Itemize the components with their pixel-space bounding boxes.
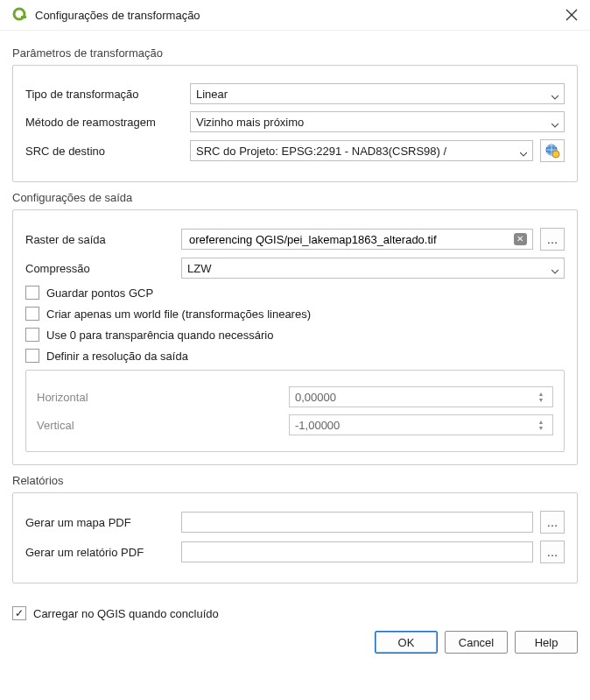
horizontal-spin[interactable]: 0,00000 ▲▼: [289, 386, 553, 407]
resample-label: Método de reamostragem: [25, 116, 183, 129]
world-file-checkbox[interactable]: [25, 307, 39, 321]
pdf-map-field[interactable]: [181, 512, 533, 533]
params-group: Tipo de transformação Linear Método de r…: [12, 65, 578, 182]
cancel-button[interactable]: Cancel: [445, 631, 508, 654]
vertical-label: Vertical: [37, 419, 282, 432]
dest-src-select[interactable]: SRC do Projeto: EPSG:2291 - NAD83(CSRS98…: [190, 140, 533, 161]
transform-type-value: Linear: [196, 88, 228, 101]
zero-transparency-checkbox[interactable]: [25, 328, 39, 342]
spin-arrows[interactable]: ▲▼: [535, 391, 547, 403]
resolution-group: Horizontal 0,00000 ▲▼ Vertical -1,00000 …: [25, 370, 565, 452]
ellipsis-icon: …: [547, 233, 558, 246]
compression-label: Compressão: [25, 262, 174, 275]
chevron-down-icon: [520, 147, 527, 154]
params-section-title: Parâmetros de transformação: [12, 46, 578, 60]
ellipsis-icon: …: [547, 546, 558, 559]
raster-output-label: Raster de saída: [25, 233, 174, 246]
chevron-down-icon: [551, 118, 558, 125]
transform-type-label: Tipo de transformação: [25, 88, 183, 101]
load-in-qgis-label: Carregar no QGIS quando concluído: [33, 607, 219, 620]
resample-select[interactable]: Vizinho mais próximo: [190, 111, 565, 132]
output-section-title: Configurações de saída: [12, 191, 578, 204]
chevron-down-icon: [551, 265, 558, 272]
compression-select[interactable]: LZW: [181, 258, 565, 279]
compression-value: LZW: [187, 262, 211, 275]
reports-group: Gerar um mapa PDF … Gerar um relatório P…: [12, 492, 578, 583]
window-title: Configurações de transformação: [35, 9, 565, 22]
vertical-value: -1,00000: [295, 419, 340, 432]
resample-value: Vizinho mais próximo: [196, 116, 304, 129]
crs-picker-button[interactable]: [540, 139, 565, 162]
help-button[interactable]: Help: [515, 631, 578, 654]
save-gcp-label: Guardar pontos GCP: [46, 286, 153, 300]
raster-output-field[interactable]: ✕: [181, 229, 533, 250]
qgis-app-icon: [12, 7, 28, 23]
output-group: Raster de saída ✕ … Compressão LZW Guard…: [12, 209, 578, 465]
raster-output-input[interactable]: [187, 232, 510, 247]
svg-point-3: [552, 151, 559, 158]
world-file-label: Criar apenas um world file (transformaçõ…: [46, 308, 311, 321]
save-gcp-checkbox[interactable]: [25, 286, 39, 300]
close-icon[interactable]: [565, 9, 578, 21]
set-resolution-checkbox[interactable]: [25, 349, 39, 363]
pdf-report-label: Gerar um relatório PDF: [25, 546, 174, 559]
pdf-report-input[interactable]: [187, 545, 527, 560]
ok-button[interactable]: OK: [375, 631, 438, 654]
horizontal-label: Horizontal: [37, 391, 282, 404]
dest-src-value: SRC do Projeto: EPSG:2291 - NAD83(CSRS98…: [196, 145, 446, 158]
zero-transparency-label: Use 0 para transparência quando necessár…: [46, 329, 273, 342]
pdf-map-label: Gerar um mapa PDF: [25, 516, 174, 529]
pdf-map-browse-button[interactable]: …: [540, 511, 565, 534]
pdf-report-field[interactable]: [181, 541, 533, 562]
transform-type-select[interactable]: Linear: [190, 83, 565, 104]
pdf-map-input[interactable]: [187, 515, 527, 530]
set-resolution-label: Definir a resolução da saída: [46, 350, 188, 363]
dest-src-label: SRC de destino: [25, 145, 183, 158]
pdf-report-browse-button[interactable]: …: [540, 541, 565, 563]
raster-browse-button[interactable]: …: [540, 228, 565, 251]
reports-section-title: Relatórios: [12, 474, 578, 487]
ellipsis-icon: …: [547, 516, 558, 529]
vertical-spin[interactable]: -1,00000 ▲▼: [289, 414, 553, 435]
horizontal-value: 0,00000: [295, 391, 336, 404]
svg-rect-1: [21, 16, 26, 18]
clear-input-icon[interactable]: ✕: [514, 233, 527, 245]
chevron-down-icon: [551, 90, 558, 97]
load-in-qgis-checkbox[interactable]: [12, 606, 26, 620]
spin-arrows[interactable]: ▲▼: [535, 419, 547, 431]
